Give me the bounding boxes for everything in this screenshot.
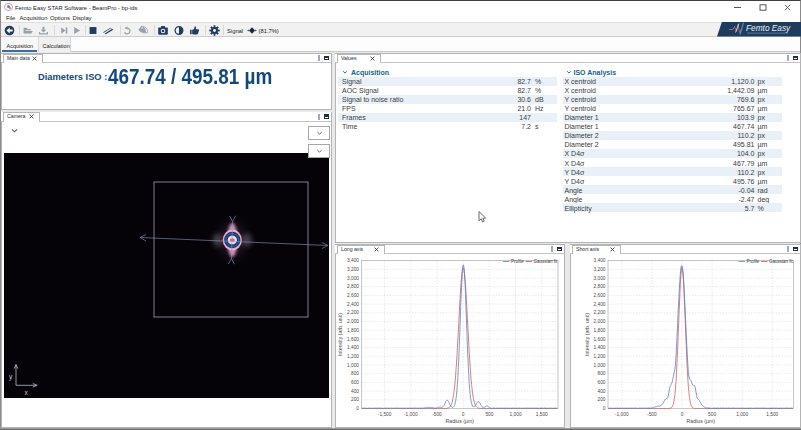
svg-text:1,400: 1,400	[593, 345, 605, 350]
svg-text:Profile: Profile	[747, 259, 760, 264]
svg-text:-500: -500	[647, 412, 657, 417]
svg-text:2,600: 2,600	[347, 293, 359, 298]
svg-text:1,600: 1,600	[347, 337, 359, 342]
svg-text:2,400: 2,400	[593, 302, 605, 307]
svg-text:1,500: 1,500	[766, 412, 778, 417]
svg-text:1,000: 1,000	[510, 412, 522, 417]
svg-text:1,200: 1,200	[593, 354, 605, 359]
svg-text:600: 600	[351, 380, 359, 385]
svg-text:3,000: 3,000	[347, 276, 359, 281]
svg-text:Intensity (arb. unit): Intensity (arb. unit)	[337, 313, 343, 356]
svg-text:500: 500	[485, 412, 493, 417]
svg-text:-500: -500	[432, 412, 442, 417]
svg-text:200: 200	[597, 397, 605, 402]
svg-text:Gaussian fit: Gaussian fit	[769, 259, 794, 264]
svg-text:1,800: 1,800	[593, 328, 605, 333]
svg-text:0: 0	[603, 406, 606, 411]
svg-text:1,000: 1,000	[736, 412, 748, 417]
svg-text:1,800: 1,800	[347, 328, 359, 333]
svg-text:1,000: 1,000	[347, 363, 359, 368]
svg-text:1,000: 1,000	[593, 363, 605, 368]
svg-text:Intensity (arb. unit): Intensity (arb. unit)	[584, 313, 590, 356]
svg-text:600: 600	[597, 380, 605, 385]
svg-text:800: 800	[351, 371, 359, 376]
svg-text:Radius (µm): Radius (µm)	[446, 418, 475, 424]
svg-text:1,500: 1,500	[536, 412, 548, 417]
svg-text:1,200: 1,200	[347, 354, 359, 359]
svg-text:-1,000: -1,000	[404, 412, 418, 417]
svg-text:200: 200	[351, 397, 359, 402]
svg-text:Radius (µm): Radius (µm)	[687, 418, 716, 424]
svg-text:2,200: 2,200	[593, 310, 605, 315]
svg-text:3,200: 3,200	[593, 267, 605, 272]
svg-text:2,000: 2,000	[347, 319, 359, 324]
svg-text:3,000: 3,000	[593, 276, 605, 281]
svg-text:0: 0	[462, 412, 465, 417]
svg-text:800: 800	[597, 371, 605, 376]
svg-text:1,400: 1,400	[347, 345, 359, 350]
svg-text:Gaussian fit: Gaussian fit	[534, 259, 559, 264]
svg-text:3,400: 3,400	[347, 258, 359, 263]
svg-text:400: 400	[351, 389, 359, 394]
svg-text:1,600: 1,600	[593, 337, 605, 342]
svg-text:2,000: 2,000	[593, 319, 605, 324]
svg-text:400: 400	[597, 389, 605, 394]
svg-text:2,800: 2,800	[347, 284, 359, 289]
svg-text:2,600: 2,600	[593, 293, 605, 298]
svg-text:3,200: 3,200	[347, 267, 359, 272]
svg-text:3,400: 3,400	[593, 258, 605, 263]
svg-text:500: 500	[708, 412, 716, 417]
svg-text:-1,000: -1,000	[615, 412, 629, 417]
svg-text:0: 0	[681, 412, 684, 417]
svg-text:-1,500: -1,500	[378, 412, 392, 417]
svg-text:Femto Easy: Femto Easy	[746, 23, 791, 33]
svg-text:0: 0	[356, 406, 359, 411]
svg-text:2,800: 2,800	[593, 284, 605, 289]
svg-text:Profile: Profile	[511, 259, 524, 264]
svg-text:2,400: 2,400	[347, 302, 359, 307]
svg-text:2,200: 2,200	[347, 310, 359, 315]
